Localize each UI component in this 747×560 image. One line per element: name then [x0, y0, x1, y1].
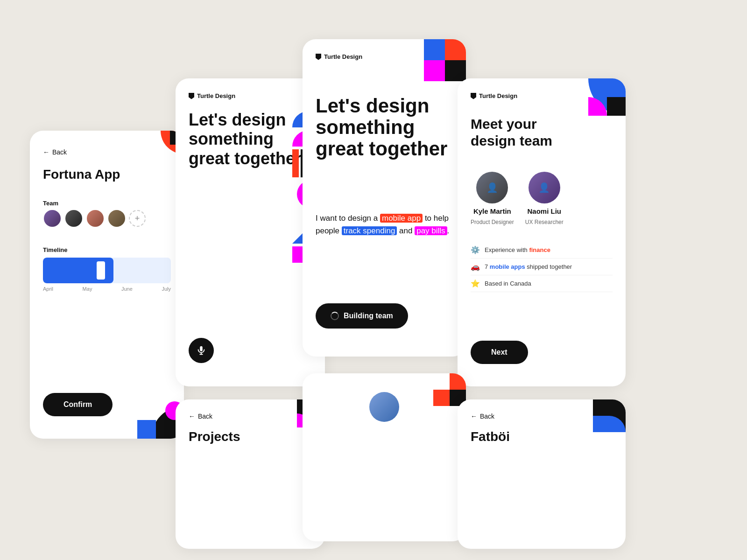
tags-list: ⚙️ Experience with finance 🚗 7 mobile ap…: [471, 242, 613, 292]
back-arrow-icon: ←: [471, 413, 477, 420]
kyle-face: 👤: [476, 172, 508, 203]
card-fatboi: ← Back Fatböi: [458, 399, 626, 549]
back-arrow-icon: ←: [43, 148, 49, 156]
fatboi-title: Fatböi: [471, 429, 510, 444]
highlight-track-spending: track spending: [342, 226, 397, 235]
logo-text-center: Turtle Design: [324, 53, 362, 60]
back-button-fatboi[interactable]: ← Back: [471, 413, 494, 420]
back-button-fortuna[interactable]: ← Back: [43, 148, 67, 156]
kyle-role: Product Designer: [471, 219, 514, 225]
naomi-face: 👤: [529, 172, 560, 203]
logo-text-team: Turtle Design: [479, 92, 517, 99]
geo-black: [445, 60, 466, 81]
corner-top-right-chat: [433, 373, 466, 406]
geo-chat-tr: [433, 373, 466, 406]
person-avatar: [369, 392, 399, 422]
fortuna-title: Fortuna App: [43, 167, 120, 182]
avatar-4: [107, 209, 126, 228]
add-member-button[interactable]: +: [129, 210, 146, 227]
avatar-3: [86, 209, 105, 228]
timeline-area: April May June July: [43, 258, 171, 300]
month-july: July: [162, 286, 171, 292]
naomi-name: Naomi Liu: [527, 207, 561, 215]
location-icon: ⭐: [471, 279, 480, 288]
center-main-text: Let's design something great together: [316, 95, 453, 160]
turtle-flag-icon: [189, 93, 194, 99]
card-design-center: Turtle Design Let's design something gre…: [303, 39, 466, 357]
turtle-flag-icon-team: [471, 93, 476, 99]
back-label-projects: Back: [198, 413, 212, 420]
logo-text: Turtle Design: [197, 92, 235, 99]
geo-blue: [424, 39, 445, 60]
tag-apps-text: 7 mobile apps shipped together: [485, 263, 572, 270]
body-mid2: and: [399, 226, 415, 235]
turtle-flag-icon-center: [316, 54, 321, 60]
stripe-1: [292, 149, 299, 177]
team-member-kyle: 👤 Kyle Martin Product Designer: [471, 172, 514, 225]
tag-experience: ⚙️ Experience with finance: [471, 242, 613, 259]
back-label: Back: [52, 148, 67, 156]
center-body-text: I want to design a mobile app to help pe…: [316, 212, 453, 237]
blue-quarter: [137, 420, 156, 439]
cards-container: ← Back Fortuna App Team + Timeline April…: [0, 0, 747, 560]
naomi-avatar: 👤: [529, 172, 560, 203]
geo-corner-sm: [588, 78, 626, 116]
meet-text: Meet yourdesign team: [471, 116, 552, 149]
geo-corner-tr: [424, 39, 466, 81]
timeline-bar: [43, 258, 171, 283]
svg-rect-0: [200, 346, 203, 351]
team-member-naomi: 👤 Naomi Liu UX Researcher: [525, 172, 564, 225]
turtle-logo-team: Turtle Design: [471, 92, 517, 99]
naomi-role: UX Researcher: [525, 219, 564, 225]
avatar-2: [64, 209, 83, 228]
timeline-cursor: [97, 261, 105, 280]
apps-icon: 🚗: [471, 262, 480, 271]
month-june: June: [121, 286, 133, 292]
back-label-fatboi: Back: [480, 413, 494, 420]
mic-button[interactable]: [189, 338, 214, 363]
corner-top-right-fatboi: [593, 399, 626, 432]
building-team-button[interactable]: Building team: [316, 303, 408, 329]
team-label: Team: [43, 200, 58, 207]
geo-pink: [424, 60, 445, 81]
highlight-mobile-app: mobile app: [380, 214, 423, 223]
back-arrow-icon: ←: [189, 413, 195, 420]
projects-title: Projects: [189, 429, 240, 444]
highlight-pay-bills: pay bills: [415, 226, 447, 235]
mic-icon: [196, 345, 206, 356]
mobile-apps-link: mobile apps: [490, 263, 525, 270]
tag-experience-text: Experience with finance: [485, 246, 550, 253]
timeline-label: Timeline: [43, 246, 68, 253]
body-end: .: [447, 226, 450, 235]
turtle-logo-design-left: Turtle Design: [189, 92, 235, 99]
back-button-projects[interactable]: ← Back: [189, 413, 212, 420]
building-team-label: Building team: [344, 312, 393, 320]
next-button[interactable]: Next: [471, 341, 528, 364]
card-team: Turtle Design Meet yourdesign team 👤 Kyl…: [458, 78, 626, 386]
tag-apps: 🚗 7 mobile apps shipped together: [471, 259, 613, 275]
team-avatars: +: [43, 209, 146, 228]
tag-location: ⭐ Based in Canada: [471, 275, 613, 292]
spinner-icon: [331, 312, 339, 320]
month-april: April: [43, 286, 53, 292]
card-chat: [303, 373, 466, 541]
month-may: May: [83, 286, 92, 292]
timeline-months: April May June July: [43, 286, 171, 292]
corner-top-right-center: [424, 39, 466, 81]
turtle-logo-center: Turtle Design: [316, 53, 362, 60]
kyle-avatar: 👤: [476, 172, 508, 203]
team-members: 👤 Kyle Martin Product Designer 👤 Naomi L…: [471, 172, 564, 225]
kyle-name: Kyle Martin: [473, 207, 511, 215]
corner-top-right-team: [588, 78, 626, 116]
body-pre: I want to design a: [316, 214, 380, 223]
avatar-1: [43, 209, 62, 228]
geo-black: [607, 97, 626, 116]
tag-location-text: Based in Canada: [485, 280, 531, 287]
finance-link: finance: [529, 246, 550, 253]
experience-icon: ⚙️: [471, 245, 480, 254]
confirm-button[interactable]: Confirm: [43, 393, 113, 416]
geo-fatboi-tr: [593, 399, 626, 432]
card-fortuna: ← Back Fortuna App Team + Timeline April…: [30, 131, 184, 439]
geo-white: [433, 373, 450, 390]
